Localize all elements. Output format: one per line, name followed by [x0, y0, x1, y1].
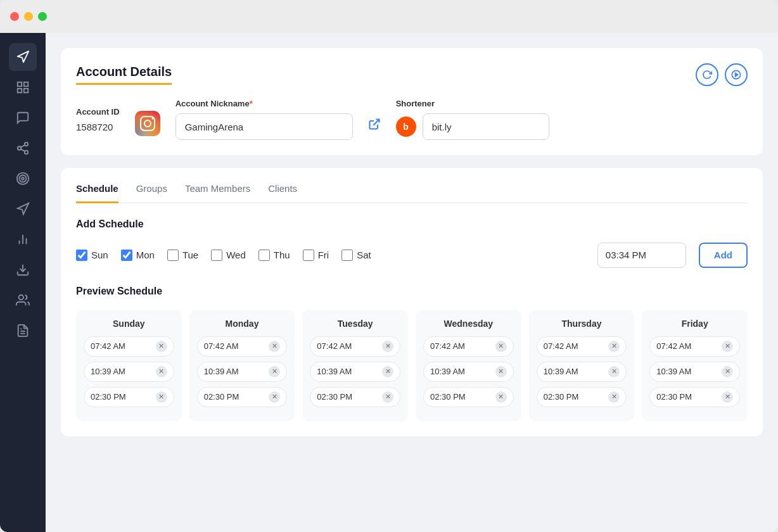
remove-slot-button[interactable]: ✕: [495, 366, 507, 377]
remove-slot-button[interactable]: ✕: [269, 366, 280, 377]
time-slot: 10:39 AM ✕: [197, 362, 288, 382]
tab-clients[interactable]: Clients: [268, 183, 297, 203]
play-button[interactable]: [725, 63, 748, 86]
titlebar: [0, 0, 778, 33]
day-mon[interactable]: Mon: [121, 250, 155, 261]
day-sun[interactable]: Sun: [76, 250, 108, 261]
checkbox-sun[interactable]: [76, 250, 87, 261]
svg-marker-21: [736, 73, 738, 76]
wednesday-header: Wednesday: [423, 319, 514, 329]
tab-schedule[interactable]: Schedule: [76, 183, 118, 203]
remove-slot-button[interactable]: ✕: [608, 391, 620, 403]
day-tue[interactable]: Tue: [167, 250, 198, 261]
sidebar-item-campaigns[interactable]: [9, 195, 37, 223]
day-column-thursday: Thursday 07:42 AM ✕ 10:39 AM ✕ 02:30 PM: [529, 310, 635, 421]
remove-slot-button[interactable]: ✕: [156, 366, 167, 377]
time-slot: 10:39 AM ✕: [310, 362, 400, 382]
sidebar-item-audience[interactable]: [9, 286, 37, 314]
sidebar-item-navigation[interactable]: [9, 43, 37, 71]
account-id-group: Account ID 1588720: [76, 107, 120, 132]
tab-groups[interactable]: Groups: [136, 183, 167, 203]
maximize-button[interactable]: [38, 12, 47, 21]
svg-point-11: [20, 175, 27, 182]
day-column-wednesday: Wednesday 07:42 AM ✕ 10:39 AM ✕ 02:30 PM: [416, 310, 521, 421]
preview-schedule-title: Preview Schedule: [76, 286, 748, 297]
shortener-label: Shortener: [396, 99, 549, 108]
remove-slot-button[interactable]: ✕: [382, 341, 393, 352]
sidebar-item-content[interactable]: [9, 317, 37, 345]
time-slot: 02:30 PM ✕: [537, 387, 627, 407]
sidebar-item-messages[interactable]: [9, 104, 37, 132]
time-slot: 02:30 PM ✕: [84, 387, 174, 407]
account-details-card: Account Details: [61, 48, 763, 155]
svg-rect-2: [24, 82, 28, 86]
shortener-input[interactable]: [423, 113, 549, 140]
account-fields: Account ID 1588720: [76, 99, 748, 140]
checkbox-sat[interactable]: [341, 250, 353, 261]
thursday-header: Thursday: [537, 319, 627, 329]
checkbox-thu[interactable]: [258, 250, 270, 261]
nickname-input[interactable]: [175, 113, 353, 140]
sidebar-item-analytics[interactable]: [9, 225, 37, 253]
remove-slot-button[interactable]: ✕: [608, 341, 620, 352]
checkbox-mon[interactable]: [121, 250, 132, 261]
time-slot: 10:39 AM ✕: [423, 362, 514, 382]
sidebar: [0, 33, 46, 532]
checkbox-tue[interactable]: [167, 250, 179, 261]
svg-rect-4: [24, 89, 28, 92]
time-slot: 02:30 PM ✕: [423, 387, 514, 407]
time-slot: 10:39 AM ✕: [537, 362, 627, 382]
remove-slot-button[interactable]: ✕: [495, 341, 507, 352]
sidebar-item-network[interactable]: [9, 134, 37, 162]
svg-rect-1: [18, 82, 22, 86]
remove-slot-button[interactable]: ✕: [269, 341, 280, 352]
day-thu[interactable]: Thu: [258, 250, 290, 261]
remove-slot-button[interactable]: ✕: [382, 366, 393, 377]
time-slot: 02:30 PM ✕: [310, 387, 400, 407]
add-schedule-button[interactable]: Add: [699, 243, 748, 268]
checkbox-fri[interactable]: [303, 250, 314, 261]
external-link-icon[interactable]: [368, 106, 381, 133]
svg-point-17: [19, 295, 23, 300]
time-slot: 07:42 AM ✕: [310, 336, 400, 357]
time-slot: 07:42 AM ✕: [197, 336, 288, 357]
app-window: Account Details: [0, 0, 778, 532]
shortener-group: Shortener b: [396, 99, 549, 140]
remove-slot-button[interactable]: ✕: [382, 391, 393, 403]
sidebar-item-target[interactable]: [9, 165, 37, 193]
minimize-button[interactable]: [24, 12, 33, 21]
friday-header: Friday: [649, 319, 740, 329]
checkbox-wed[interactable]: [211, 250, 222, 261]
tuesday-header: Tuesday: [310, 319, 400, 329]
time-input[interactable]: [597, 243, 686, 268]
remove-slot-button[interactable]: ✕: [722, 391, 733, 403]
bitly-logo: b: [396, 117, 416, 137]
time-slot: 02:30 PM ✕: [649, 387, 740, 407]
nickname-label: Account Nickname*: [175, 99, 353, 108]
day-sat[interactable]: Sat: [341, 250, 371, 261]
remove-slot-button[interactable]: ✕: [722, 341, 733, 352]
remove-slot-button[interactable]: ✕: [156, 391, 167, 403]
account-details-title: Account Details: [76, 65, 172, 85]
sunday-header: Sunday: [84, 319, 174, 329]
remove-slot-button[interactable]: ✕: [608, 366, 620, 377]
tab-team-members[interactable]: Team Members: [185, 183, 250, 203]
svg-rect-23: [135, 111, 160, 136]
day-fri[interactable]: Fri: [303, 250, 329, 261]
remove-slot-button[interactable]: ✕: [495, 391, 507, 403]
time-slot: 07:42 AM ✕: [537, 336, 627, 357]
remove-slot-button[interactable]: ✕: [722, 366, 733, 377]
sidebar-item-dashboard[interactable]: [9, 73, 37, 101]
sidebar-item-download[interactable]: [9, 256, 37, 284]
svg-point-7: [25, 151, 29, 155]
day-column-sunday: Sunday 07:42 AM ✕ 10:39 AM ✕ 02:30 PM: [76, 310, 182, 421]
day-column-friday: Friday 07:42 AM ✕ 10:39 AM ✕ 02:30 PM: [642, 310, 748, 421]
day-wed[interactable]: Wed: [211, 250, 246, 261]
remove-slot-button[interactable]: ✕: [269, 391, 280, 403]
svg-rect-3: [18, 89, 22, 92]
remove-slot-button[interactable]: ✕: [156, 341, 167, 352]
svg-marker-0: [18, 51, 29, 62]
refresh-button[interactable]: [696, 63, 718, 86]
schedule-controls: Sun Mon Tue: [76, 243, 748, 268]
close-button[interactable]: [10, 12, 19, 21]
